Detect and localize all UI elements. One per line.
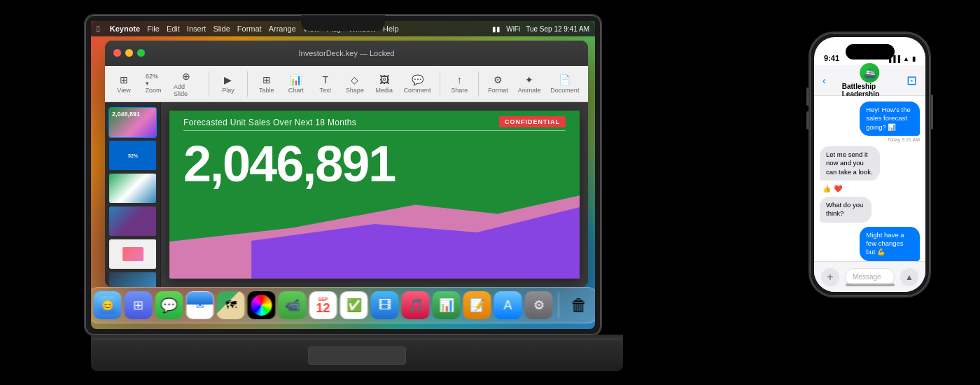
confidential-badge: CONFIDENTIAL: [499, 116, 566, 127]
close-button[interactable]: [113, 49, 121, 57]
toolbar-view[interactable]: ⊞ View: [111, 71, 137, 97]
fullscreen-button[interactable]: [137, 49, 145, 57]
add-slide-icon: ⊕: [178, 70, 194, 83]
slide-thumb-1[interactable]: 2,046,891: [108, 107, 157, 138]
send-button[interactable]: ▲: [900, 268, 918, 286]
dock-pages-icon[interactable]: 📝: [463, 291, 491, 319]
slide-thumb-4[interactable]: [108, 206, 157, 237]
toolbar-comment[interactable]: 💬 Comment: [400, 71, 434, 97]
menu-insert[interactable]: Insert: [187, 24, 206, 33]
toolbar-format[interactable]: ⚙ Format: [484, 71, 512, 97]
messages-header: 🚢 Battleship Leadership: [842, 63, 898, 98]
dock-calendar-icon[interactable]: SEP 12: [309, 291, 337, 319]
home-bar: [846, 284, 895, 286]
menubar-battery-icon: ▮▮: [492, 25, 500, 33]
play-icon: ▶: [220, 74, 236, 86]
message-row-3: 👍 ❤️: [820, 185, 920, 192]
message-bubble-recv-2: Let me send it now and you can take a lo…: [820, 146, 880, 181]
toolbar-view-label: View: [117, 87, 130, 94]
menu-edit[interactable]: Edit: [167, 24, 180, 33]
macbook-base: [91, 335, 623, 371]
toolbar-table[interactable]: ⊞ Table: [253, 71, 280, 97]
toolbar-chart[interactable]: 📊 Chart: [283, 71, 309, 97]
toolbar-comment-label: Comment: [404, 87, 431, 94]
message-text-sent-5: Might have a few changes but 💪: [866, 231, 904, 256]
dock-trash-icon[interactable]: 🗑: [565, 291, 593, 319]
message-time-1: Today 9:21 AM: [888, 137, 920, 142]
toolbar-share[interactable]: ↑ Share: [446, 71, 472, 97]
chat-add-attachment-button[interactable]: +: [821, 268, 839, 286]
dock-finder-icon[interactable]: 😊: [94, 291, 122, 319]
macbook-trackpad[interactable]: [308, 346, 406, 365]
toolbar-zoom[interactable]: 62% ▾ Zoom: [140, 71, 167, 97]
message-row-2: Let me send it now and you can take a lo…: [820, 146, 920, 181]
dock-reminders-icon[interactable]: ✅: [340, 291, 368, 319]
share-icon: ↑: [451, 74, 467, 86]
iphone-screen: 9:41 ▐▐▐ ▲ ▮ ‹ 🚢 Battleship Leadership: [814, 37, 925, 292]
message-text-recv-2: Let me send it now and you can take a lo…: [826, 150, 873, 176]
power-button[interactable]: [931, 94, 933, 130]
toolbar-document[interactable]: 📄 Document: [547, 71, 582, 97]
dock-launchpad-icon[interactable]: ⊞: [125, 291, 153, 319]
slide-thumb-3[interactable]: [108, 173, 157, 204]
dock-separator: [559, 293, 559, 318]
shape-icon: ◇: [347, 74, 363, 86]
dock-facetime-icon[interactable]: 📹: [279, 291, 307, 319]
chat-area[interactable]: Hey! How's the sales forecast going? 📊 T…: [814, 96, 925, 261]
toolbar-media-label: Media: [376, 87, 393, 94]
svg-text:😊: 😊: [102, 300, 114, 312]
dock-appstore-icon[interactable]: A: [494, 291, 522, 319]
facetime-button[interactable]: ⊡: [906, 73, 917, 88]
macbook:  Keynote File Edit Insert Slide Format …: [84, 14, 630, 371]
menu-file[interactable]: File: [147, 24, 160, 33]
toolbar-sep3: [440, 71, 440, 97]
animate-icon: ✦: [522, 74, 537, 86]
slide-thumb-2[interactable]: 52%: [108, 140, 157, 171]
slide-divider-line: [183, 130, 566, 131]
apple-logo-icon: : [97, 24, 100, 34]
slide-thumb-5[interactable]: [108, 239, 157, 270]
dock-numbers-icon[interactable]: 📊: [433, 291, 461, 319]
menu-format[interactable]: Format: [237, 24, 262, 33]
toolbar-media[interactable]: 🖼 Media: [371, 71, 398, 97]
iphone-body: 9:41 ▐▐▐ ▲ ▮ ‹ 🚢 Battleship Leadership: [808, 31, 931, 298]
dynamic-island: [846, 44, 895, 59]
dock-messages-icon[interactable]: 💬: [155, 291, 183, 319]
dock-maps-icon[interactable]: 🗺: [217, 291, 245, 319]
toolbar-shape[interactable]: ◇ Shape: [342, 71, 368, 97]
dock-system-prefs-icon[interactable]: ⚙: [525, 291, 553, 319]
volume-up-button[interactable]: [806, 88, 808, 106]
menu-help[interactable]: Help: [383, 24, 399, 33]
toolbar-text[interactable]: T Text: [312, 71, 339, 97]
menubar-wifi-icon: WiFi: [506, 25, 520, 33]
toolbar-animate-label: Animate: [518, 87, 541, 94]
message-row-4: What do you think?: [820, 197, 920, 223]
chart-icon: 📊: [288, 74, 304, 86]
macbook-palm: [91, 340, 623, 371]
menubar-time: Tue Sep 12 9:41 AM: [526, 25, 589, 33]
toolbar-add-slide[interactable]: ⊕ Add Slide: [169, 67, 203, 100]
back-button[interactable]: ‹: [822, 75, 826, 86]
slide-canvas[interactable]: Forecasted Unit Sales Over Next 18 Month…: [169, 111, 580, 279]
slide-thumb-6[interactable]: [108, 272, 157, 287]
volume-down-button[interactable]: [806, 111, 808, 130]
canvas-area: Forecasted Unit Sales Over Next 18 Month…: [161, 102, 588, 287]
menu-arrange[interactable]: Arrange: [269, 24, 296, 33]
dock-mail-icon[interactable]: ✉: [186, 291, 214, 319]
toolbar-animate[interactable]: ✦ Animate: [514, 71, 545, 97]
ios-status-time: 9:41: [824, 54, 839, 62]
messages-nav: ‹ 🚢 Battleship Leadership ⊡: [814, 65, 925, 96]
window-title: InvestorDeck.key — Locked: [299, 49, 395, 57]
toolbar-format-label: Format: [488, 87, 508, 94]
dock-keynote-icon[interactable]: 🎞: [371, 291, 399, 319]
toolbar-play[interactable]: ▶ Play: [215, 71, 241, 97]
iphone: 9:41 ▐▐▐ ▲ ▮ ‹ 🚢 Battleship Leadership: [808, 31, 931, 298]
text-icon: T: [318, 74, 333, 86]
toolbar-share-label: Share: [451, 87, 468, 94]
dock-music-icon[interactable]: 🎵: [402, 291, 430, 319]
menu-slide[interactable]: Slide: [213, 24, 230, 33]
dock-photos-icon[interactable]: [248, 291, 276, 319]
minimize-button[interactable]: [125, 49, 133, 57]
toolbar-play-label: Play: [222, 87, 234, 94]
macbook-notch: [301, 15, 385, 31]
